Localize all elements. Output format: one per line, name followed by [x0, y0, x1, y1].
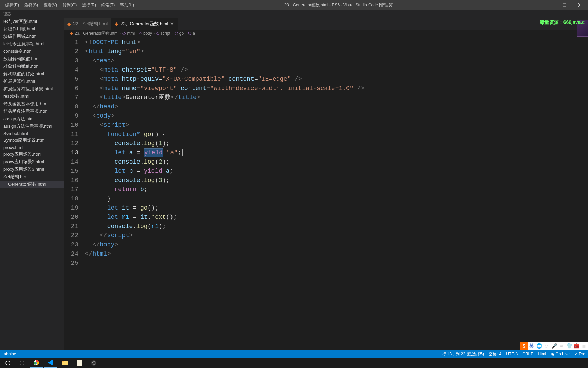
status-item[interactable]: UTF-8 — [506, 352, 518, 356]
ime-toolbar[interactable]: S 英 🌐 ☺ 🎤 ⌨ 👕 🧰 ▦ — [520, 342, 588, 350]
ime-emoji-icon[interactable]: ☺ — [543, 342, 550, 350]
file-item[interactable]: 解构赋值的好处.html — [0, 70, 64, 78]
breadcrumb-item[interactable]: 23、Generator函数.html — [75, 31, 118, 36]
menu-item[interactable]: 转到(G) — [60, 1, 79, 10]
status-item[interactable]: 行 13，列 22 (已选择5) — [442, 351, 484, 357]
file-item[interactable]: Set结构.html — [0, 173, 64, 181]
status-item[interactable]: CRLF — [522, 352, 533, 356]
ime-punct-icon[interactable]: 🌐 — [535, 342, 543, 350]
breadcrumb-item[interactable]: go — [179, 31, 184, 36]
status-item[interactable]: ◉ Go Live — [551, 352, 570, 356]
file-item[interactable]: 块级作用域2.html — [0, 33, 64, 40]
file-icon: ◆ — [70, 31, 73, 36]
close-button[interactable] — [572, 0, 588, 10]
ime-skin-icon[interactable]: 👕 — [565, 342, 573, 350]
tabs-bar: ◆22、Set结构.html◆23、Generator函数.html✕ — [64, 18, 588, 30]
editor-tab[interactable]: ◆23、Generator函数.html✕ — [111, 18, 178, 30]
status-item[interactable]: 空格: 4 — [489, 351, 501, 357]
svg-rect-8 — [62, 361, 68, 365]
explorer-header: 理器 ⋯ — [0, 10, 588, 18]
ime-grid-icon[interactable]: ▦ — [580, 342, 588, 350]
file-item[interactable]: proxy应用场景3.html — [0, 166, 64, 173]
explorer-title: 理器 — [3, 12, 11, 17]
editor-tab[interactable]: ◆22、Set结构.html — [64, 18, 111, 30]
menu-bar: 编辑(E)选择(S)查看(V)转到(G)运行(R)终端(T)帮助(H) — [0, 1, 137, 10]
file-item[interactable]: 箭头函数基本使用.html — [0, 100, 64, 108]
maximize-button[interactable] — [557, 0, 572, 10]
status-left: tabnine — [3, 352, 16, 356]
window-title: 23、Generator函数.html - ES6 - Visual Studi… — [137, 2, 541, 8]
menu-item[interactable]: 选择(S) — [22, 1, 41, 10]
html-icon: ◆ — [115, 21, 118, 27]
file-list: let与var区别.html块级作用域.html块级作用域2.htmllet命令… — [0, 18, 64, 188]
breadcrumb-item[interactable]: script — [161, 31, 170, 36]
svg-rect-11 — [77, 361, 82, 361]
explorer-icon[interactable] — [59, 358, 71, 368]
window-controls — [541, 0, 588, 10]
breadcrumb-item[interactable]: body — [143, 31, 152, 36]
menu-item[interactable]: 帮助(H) — [117, 1, 137, 10]
status-item[interactable]: Html — [538, 352, 546, 356]
ime-keyboard-icon[interactable]: ⌨ — [558, 342, 565, 350]
file-item[interactable]: 扩展运算符应用场景.html — [0, 85, 64, 93]
menu-item[interactable]: 运行(R) — [79, 1, 99, 10]
file-item[interactable]: 块级作用域.html — [0, 25, 64, 33]
vscode-icon[interactable] — [44, 358, 57, 368]
tag-icon: ◇ — [122, 31, 126, 36]
start-button[interactable] — [1, 358, 14, 368]
breadcrumb-item[interactable]: html — [127, 31, 135, 36]
close-tab-icon[interactable]: ✕ — [170, 21, 174, 26]
titlebar: 编辑(E)选择(S)查看(V)转到(G)运行(R)终端(T)帮助(H) 23、G… — [0, 0, 588, 10]
menu-item[interactable]: 查看(V) — [41, 1, 60, 10]
svg-point-14 — [91, 360, 96, 366]
file-item[interactable]: proxy应用场景2.html — [0, 158, 64, 166]
breadcrumb-item[interactable]: a — [193, 31, 195, 36]
statusbar: tabnine 行 13，列 22 (已选择5)空格: 4UTF-8CRLFHt… — [0, 350, 588, 358]
svg-point-4 — [6, 361, 10, 365]
obs-icon[interactable] — [87, 358, 100, 368]
file-item[interactable]: rest参数.html — [0, 93, 64, 100]
svg-rect-9 — [62, 361, 64, 362]
file-item[interactable]: proxy.html — [0, 144, 64, 151]
status-item[interactable]: tabnine — [3, 352, 16, 356]
minimize-button[interactable] — [541, 0, 557, 10]
chrome-icon[interactable] — [30, 358, 43, 368]
status-right: 行 13，列 22 (已选择5)空格: 4UTF-8CRLFHtml◉ Go L… — [442, 351, 585, 357]
method-icon: ⬡ — [188, 31, 191, 36]
file-item[interactable]: 扩展运算符.html — [0, 78, 64, 85]
sidebar: let与var区别.html块级作用域.html块级作用域2.htmllet命令… — [0, 18, 64, 350]
file-item[interactable]: assign方法注意事项.html — [0, 123, 64, 130]
notepad-icon[interactable] — [73, 358, 86, 368]
status-item[interactable]: ✓ Pre — [574, 352, 585, 356]
cortana-button[interactable] — [16, 358, 29, 368]
menu-item[interactable]: 终端(T) — [99, 1, 117, 10]
svg-rect-13 — [77, 363, 82, 363]
svg-rect-1 — [563, 3, 566, 7]
tag-icon: ◇ — [139, 31, 142, 36]
file-item[interactable]: let命令注意事项.html — [0, 40, 64, 48]
code-area[interactable]: 1234567891011121314151617181920212223242… — [64, 37, 588, 350]
ime-tool-icon[interactable]: 🧰 — [573, 342, 580, 350]
ime-mic-icon[interactable]: 🎤 — [550, 342, 558, 350]
ime-lang-icon[interactable]: 英 — [528, 342, 535, 350]
code-content[interactable]: <!DOCTYPE html> <html lang="en"> <head> … — [85, 37, 588, 350]
file-item[interactable]: let与var区别.html — [0, 18, 64, 25]
file-item[interactable]: Symbol.html — [0, 130, 64, 137]
menu-item[interactable]: 编辑(E) — [3, 1, 22, 10]
file-item[interactable]: Symbol应用场景.html — [0, 137, 64, 144]
promo-text: 海量资源：666java.c — [540, 19, 585, 26]
breadcrumb[interactable]: ◆23、Generator函数.html›◇html›◇body›◇script… — [64, 30, 588, 37]
file-item[interactable]: 、Generator函数.html — [0, 181, 64, 188]
line-gutter: 1234567891011121314151617181920212223242… — [64, 37, 85, 350]
file-item[interactable]: const命令.html — [0, 48, 64, 55]
tag-icon: ◇ — [156, 31, 159, 36]
file-item[interactable]: assign方法.html — [0, 115, 64, 123]
ime-logo-icon[interactable]: S — [520, 342, 528, 350]
file-item[interactable]: 对象解构赋值.html — [0, 63, 64, 70]
file-item[interactable]: 箭头函数注意事项.html — [0, 108, 64, 115]
more-actions-icon[interactable]: ⋯ — [580, 11, 585, 17]
file-item[interactable]: 数组解构赋值.html — [0, 55, 64, 63]
svg-point-5 — [20, 361, 24, 365]
editor: 海量资源：666java.c ◆22、Set结构.html◆23、Generat… — [64, 18, 588, 350]
file-item[interactable]: proxy应用场景.html — [0, 151, 64, 158]
